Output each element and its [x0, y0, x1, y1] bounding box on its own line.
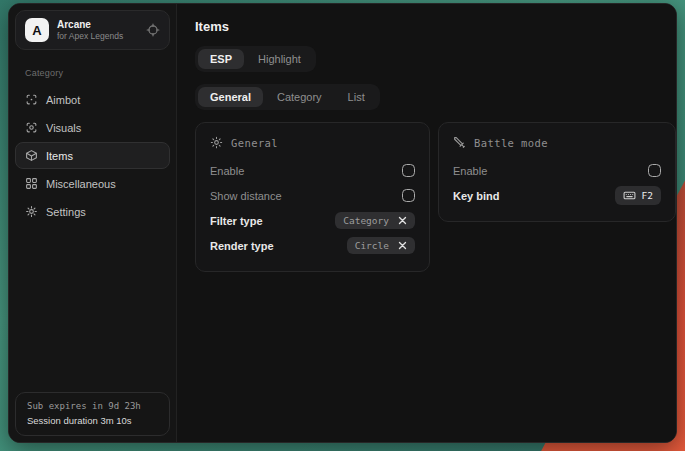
package-icon — [25, 149, 38, 162]
sidebar-section-label: Category — [25, 68, 176, 78]
setting-label: Enable — [453, 165, 487, 177]
sidebar-item-aimbot[interactable]: Aimbot — [15, 86, 170, 113]
sidebar-item-label: Items — [46, 150, 73, 162]
sidebar-item-label: Visuals — [46, 122, 81, 134]
app-name: Arcane — [57, 19, 138, 31]
setting-row-enable: Enable — [210, 158, 415, 183]
sidebar-item-label: Aimbot — [46, 94, 80, 106]
setting-row-render-type: Render type Circle — [210, 233, 415, 258]
setting-row-show-distance: Show distance — [210, 183, 415, 208]
grid-icon — [25, 177, 38, 190]
sidebar: A Arcane for Apex Legends Category — [9, 4, 177, 442]
mode-tabs: ESP Highlight — [195, 46, 316, 72]
main-content: Items ESP Highlight General Category Lis… — [177, 4, 677, 442]
render-type-tag[interactable]: Circle — [347, 237, 415, 254]
sidebar-item-settings[interactable]: Settings — [15, 198, 170, 225]
page-title: Items — [195, 19, 676, 34]
setting-label: Show distance — [210, 190, 282, 202]
close-icon[interactable] — [398, 241, 407, 250]
sun-icon — [210, 136, 223, 149]
app-header-card: A Arcane for Apex Legends — [15, 10, 170, 50]
keybind-value: F2 — [642, 190, 653, 201]
session-duration-text: Session duration 3m 10s — [27, 414, 158, 428]
battle-mode-panel: Battle mode Enable Key bind — [438, 122, 676, 222]
keybind-button[interactable]: F2 — [615, 186, 661, 205]
sidebar-item-label: Settings — [46, 206, 86, 218]
crosshair-target-icon[interactable] — [146, 23, 160, 37]
tab-esp[interactable]: ESP — [198, 49, 244, 69]
setting-row-filter-type: Filter type Category — [210, 208, 415, 233]
setting-row-key-bind: Key bind F2 — [453, 183, 661, 208]
gear-icon — [25, 205, 38, 218]
sidebar-item-label: Miscellaneous — [46, 178, 116, 190]
subscription-card: Sub expires in 9d 23h Session duration 3… — [15, 392, 170, 436]
tab-category[interactable]: Category — [265, 87, 334, 107]
tab-general[interactable]: General — [198, 87, 263, 107]
app-titles: Arcane for Apex Legends — [57, 19, 138, 41]
sidebar-nav: Aimbot Visuals Items — [9, 86, 176, 225]
tab-highlight[interactable]: Highlight — [246, 49, 313, 69]
setting-label: Enable — [210, 165, 244, 177]
sidebar-item-miscellaneous[interactable]: Miscellaneous — [15, 170, 170, 197]
general-panel-header: General — [210, 136, 415, 149]
setting-label: Key bind — [453, 190, 499, 202]
general-panel: General Enable Show distance Filter type… — [195, 122, 430, 272]
setting-row-battle-enable: Enable — [453, 158, 661, 183]
sidebar-item-items[interactable]: Items — [15, 142, 170, 169]
view-tabs: General Category List — [195, 84, 380, 110]
battle-enable-checkbox[interactable] — [648, 164, 661, 177]
tag-value: Circle — [355, 240, 389, 251]
crosshair-icon — [25, 93, 38, 106]
setting-label: Render type — [210, 240, 274, 252]
enable-checkbox[interactable] — [402, 164, 415, 177]
sub-expires-text: Sub expires in 9d 23h — [27, 400, 158, 414]
app-subtitle: for Apex Legends — [57, 31, 138, 41]
sword-icon — [453, 136, 466, 149]
arcane-window: A Arcane for Apex Legends Category — [8, 3, 677, 443]
sidebar-item-visuals[interactable]: Visuals — [15, 114, 170, 141]
tag-value: Category — [343, 215, 389, 226]
close-icon[interactable] — [398, 216, 407, 225]
focus-eye-icon — [25, 121, 38, 134]
filter-type-tag[interactable]: Category — [335, 212, 415, 229]
app-logo: A — [25, 18, 49, 42]
panels-row: General Enable Show distance Filter type… — [195, 122, 676, 272]
battle-panel-header: Battle mode — [453, 136, 661, 149]
panel-title: Battle mode — [474, 137, 548, 149]
tab-list[interactable]: List — [336, 87, 377, 107]
setting-label: Filter type — [210, 215, 263, 227]
panel-title: General — [231, 137, 278, 149]
keyboard-icon — [623, 189, 636, 202]
show-distance-checkbox[interactable] — [402, 189, 415, 202]
